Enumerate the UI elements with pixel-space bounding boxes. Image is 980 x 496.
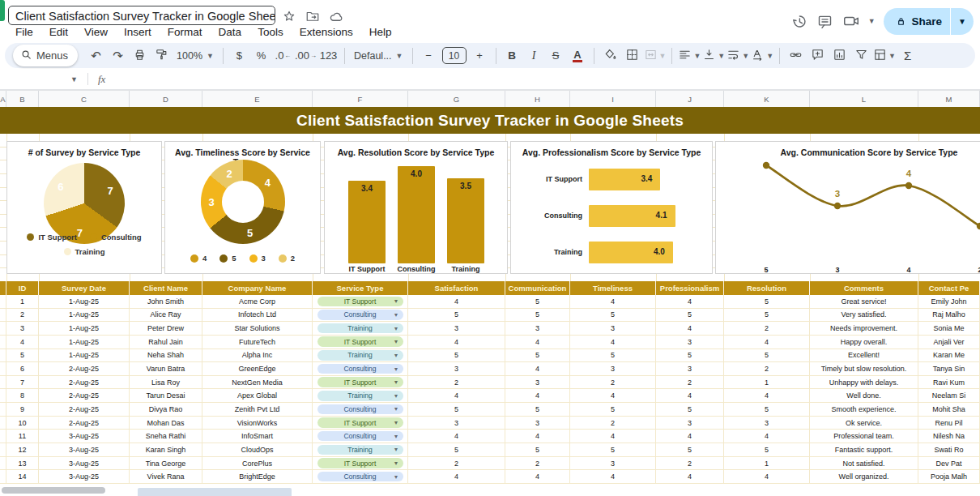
row-spacer-cell[interactable] (0, 362, 6, 376)
professionalism-cell[interactable]: 5 (656, 403, 724, 417)
communication-cell[interactable]: 3 (505, 322, 570, 336)
comments-cell[interactable]: Excellent! (810, 349, 918, 363)
communication-cell[interactable]: 3 (505, 376, 570, 390)
comments-cell[interactable]: Needs improvement. (810, 322, 918, 336)
client-name-cell[interactable]: John Smith (130, 295, 202, 309)
row-spacer-cell[interactable] (0, 376, 6, 390)
service-type-dropdown[interactable]: Training▼ (317, 445, 403, 455)
resolution-cell[interactable]: 5 (724, 349, 810, 363)
professionalism-cell[interactable]: 3 (656, 336, 724, 349)
service-type-cell[interactable]: Training▼ (313, 349, 408, 363)
client-name-cell[interactable]: Alice Ray (130, 309, 202, 323)
column-header-I[interactable]: I (570, 91, 656, 107)
survey-date-cell[interactable]: 2-Aug-25 (39, 362, 130, 376)
service-type-cell[interactable]: Training▼ (313, 443, 408, 457)
client-name-cell[interactable]: Neha Shah (130, 349, 202, 363)
merge-cells-button[interactable]: ▼ (644, 45, 667, 66)
id-cell[interactable]: 8 (6, 389, 39, 403)
row-spacer-cell[interactable] (0, 457, 6, 471)
resolution-cell[interactable]: 3 (724, 417, 810, 430)
service-type-cell[interactable]: IT Support▼ (313, 417, 408, 430)
company-name-cell[interactable]: BrightEdge (202, 470, 313, 484)
row-spacer-cell[interactable] (0, 349, 6, 363)
document-title-input[interactable]: Client Satisfaction Survey Tracker in Go… (8, 6, 275, 25)
id-cell[interactable]: 10 (6, 417, 39, 430)
professionalism-cell[interactable]: 5 (656, 349, 724, 363)
resolution-cell[interactable]: 4 (724, 430, 810, 443)
resolution-cell[interactable]: 5 (724, 309, 810, 323)
header-cell-professionalism[interactable]: Professionalism (656, 281, 724, 295)
zoom-button[interactable]: 100%▼ (173, 45, 217, 66)
row-spacer-cell[interactable] (0, 389, 6, 403)
fill-color-button[interactable] (600, 45, 620, 66)
satisfaction-cell[interactable]: 5 (408, 443, 505, 457)
survey-date-cell[interactable]: 1-Aug-25 (39, 309, 130, 323)
header-cell-client-name[interactable]: Client Name (130, 281, 202, 295)
name-box[interactable]: ▼ (0, 75, 83, 83)
timeliness-cell[interactable]: 2 (570, 376, 656, 390)
communication-cell[interactable]: 2 (505, 457, 570, 471)
font-size-button[interactable]: 10 (441, 45, 468, 66)
timeliness-cell[interactable]: 3 (570, 457, 656, 471)
paint-format-button[interactable] (151, 45, 172, 66)
header-cell-communication[interactable]: Communication (505, 281, 570, 295)
timeliness-cell[interactable]: 5 (570, 349, 656, 363)
contact-person-cell[interactable]: Sonia Me (918, 322, 980, 336)
menu-item-format[interactable]: Format (160, 24, 210, 41)
contact-person-cell[interactable]: Pooja Malh (918, 470, 980, 484)
client-name-cell[interactable]: Sneha Rathi (130, 430, 202, 443)
header-cell-service-type[interactable]: Service Type (313, 281, 408, 295)
satisfaction-cell[interactable]: 3 (408, 417, 505, 430)
service-type-cell[interactable]: IT Support▼ (313, 336, 408, 349)
communication-cell[interactable]: 4 (505, 336, 570, 349)
service-type-dropdown[interactable]: Training▼ (317, 391, 403, 401)
timeliness-cell[interactable]: 4 (570, 470, 656, 484)
hbar-chart-panel[interactable]: Avg. Professionalism Score by Service Ty… (510, 141, 713, 274)
column-header-G[interactable]: G (408, 91, 505, 107)
service-type-dropdown[interactable]: Consulting▼ (317, 310, 403, 320)
timeliness-cell[interactable]: 4 (570, 295, 656, 309)
service-type-dropdown[interactable]: IT Support▼ (317, 297, 403, 307)
row-spacer-cell[interactable] (0, 470, 6, 484)
service-type-cell[interactable]: Consulting▼ (313, 470, 408, 484)
create-filter-button[interactable] (851, 45, 871, 66)
functions-button[interactable]: Σ (897, 45, 918, 66)
company-name-cell[interactable]: Star Solutions (202, 322, 313, 336)
column-header-E[interactable]: E (202, 91, 313, 107)
timeliness-cell[interactable]: 5 (570, 403, 656, 417)
professionalism-cell[interactable]: 2 (656, 457, 724, 471)
service-type-dropdown[interactable]: Training▼ (317, 350, 403, 361)
comments-cell[interactable]: Well done. (810, 389, 918, 403)
service-type-dropdown[interactable]: Consulting▼ (317, 404, 403, 415)
service-type-dropdown[interactable]: Consulting▼ (317, 431, 403, 442)
undo-button[interactable]: ↶ (86, 45, 106, 66)
service-type-cell[interactable]: Consulting▼ (313, 309, 408, 323)
header-cell-company-name[interactable]: Company Name (202, 281, 313, 295)
row-spacer-cell[interactable] (0, 309, 6, 323)
communication-cell[interactable]: 4 (505, 362, 570, 376)
company-name-cell[interactable]: Apex Global (202, 389, 313, 403)
row-spacer-cell[interactable] (0, 430, 6, 443)
satisfaction-cell[interactable]: 2 (408, 376, 505, 390)
increase-font-size-button[interactable]: + (470, 45, 490, 66)
timeliness-cell[interactable]: 5 (570, 309, 656, 323)
comments-cell[interactable]: Smooth experience. (810, 403, 918, 417)
service-type-dropdown[interactable]: Training▼ (317, 323, 403, 334)
company-name-cell[interactable]: CorePlus (202, 457, 313, 471)
communication-cell[interactable]: 4 (505, 470, 570, 484)
resolution-cell[interactable]: 5 (724, 443, 810, 457)
service-type-cell[interactable]: Consulting▼ (313, 403, 408, 417)
client-name-cell[interactable]: Vivek Rana (130, 470, 202, 484)
professionalism-cell[interactable]: 4 (656, 295, 724, 309)
satisfaction-cell[interactable]: 4 (408, 470, 505, 484)
communication-cell[interactable]: 5 (505, 295, 570, 309)
comment-history-icon[interactable] (816, 12, 834, 30)
contact-person-cell[interactable]: Neelam Si (918, 389, 980, 403)
row-spacer-cell[interactable] (0, 417, 6, 430)
service-type-dropdown[interactable]: IT Support▼ (317, 417, 403, 428)
company-name-cell[interactable]: InfoSmart (202, 430, 313, 443)
contact-person-cell[interactable]: Nilesh Na (918, 430, 980, 443)
company-name-cell[interactable]: GreenEdge (202, 362, 313, 376)
row-spacer-cell[interactable] (0, 443, 6, 457)
comments-cell[interactable]: Professional team. (810, 430, 918, 443)
